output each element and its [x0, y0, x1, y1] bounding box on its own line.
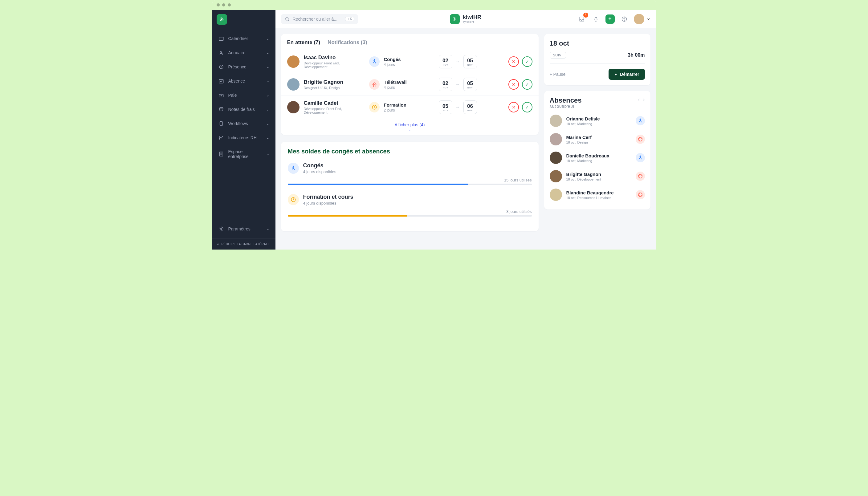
sidebar-item-calendrier[interactable]: Calendrier⌄ [215, 32, 273, 45]
sidebar-item-notes-de-frais[interactable]: Notes de frais⌄ [215, 103, 273, 116]
collapse-icon: « [217, 243, 219, 246]
approve-button[interactable]: ✓ [522, 102, 532, 112]
absence-avatar [550, 114, 562, 127]
balances-card: Mes soldes de congés et absences Congés4… [281, 142, 539, 231]
requests-card: En attente (7) Notifications (3) Isaac D… [281, 34, 539, 135]
sidebar-item-présence[interactable]: Présence⌄ [215, 60, 273, 73]
topbar: Rechercher ou aller à... + K ✳ kiwiHR by… [276, 10, 656, 28]
person-title: Développeur Front End, Développement [304, 61, 364, 69]
balance-available: 4 jours disponibles [303, 169, 337, 174]
nav-icon [218, 151, 224, 157]
sidebar-item-annuaire[interactable]: Annuaire⌄ [215, 46, 273, 59]
show-more-button[interactable]: Afficher plus (4) ⌄ [281, 119, 539, 135]
brand: ✳ kiwiHR by tellent [450, 14, 481, 24]
absence-detail: 18 oct, Ressources Humaines [566, 196, 614, 200]
balance-available: 4 jours disponibles [303, 201, 353, 205]
nav-icon [218, 36, 224, 41]
time-tracking-card: 18 oct SUIVI 3h 00m + Pause Démarrer [544, 34, 650, 86]
search-input[interactable]: Rechercher ou aller à... + K [281, 14, 358, 24]
start-date: 02NOV [439, 78, 452, 91]
start-button[interactable]: Démarrer [608, 69, 645, 80]
approve-button[interactable]: ✓ [522, 56, 532, 67]
traffic-light-max[interactable] [228, 3, 231, 6]
absence-item: Blandine Beaugendre18 oct, Ressources Hu… [550, 185, 645, 204]
app-logo[interactable]: ✳ [217, 14, 227, 25]
chevron-down-icon: ⌄ [266, 152, 269, 156]
nav-icon [218, 121, 224, 126]
person-name: Camille Cadet [304, 100, 364, 106]
person-avatar [287, 101, 299, 113]
reject-button[interactable]: ✕ [508, 79, 519, 90]
search-shortcut: + K [345, 17, 354, 21]
tab-pending[interactable]: En attente (7) [287, 40, 321, 46]
balance-name: Formation et cours [303, 194, 353, 200]
tab-notifications[interactable]: Notifications (3) [327, 40, 367, 46]
user-menu[interactable] [634, 14, 650, 24]
start-label: Démarrer [620, 72, 639, 77]
end-date: 06NOV [463, 100, 477, 114]
user-avatar [634, 14, 644, 24]
nav-label: Annuaire [228, 50, 246, 55]
absences-prev-button[interactable]: ‹ [638, 96, 640, 103]
chevron-down-icon [646, 17, 650, 21]
balance-icon [288, 194, 299, 205]
reject-button[interactable]: ✕ [508, 56, 519, 67]
inbox-button[interactable]: 3 [577, 15, 586, 24]
person-avatar [287, 78, 299, 91]
sidebar-item-espace-entretprise[interactable]: Espace entretprise⌄ [215, 145, 273, 162]
brand-name: kiwiHR [463, 15, 481, 20]
request-type: Congés [384, 57, 401, 62]
inbox-badge: 3 [583, 13, 588, 18]
end-date: 05NOV [463, 55, 477, 68]
absence-type-icon [636, 135, 645, 144]
tracking-time: 3h 00m [627, 52, 645, 58]
nav-icon [218, 64, 224, 69]
help-button[interactable] [620, 15, 629, 24]
request-type-icon [369, 102, 379, 112]
nav-label: Espace entretprise [228, 149, 262, 159]
nav-icon [218, 107, 224, 112]
balance-bar [288, 184, 532, 185]
sidebar-item-paie[interactable]: Paie⌄ [215, 89, 273, 102]
absence-item: Orianne Delisle18 oct, Marketing [550, 111, 645, 130]
nav-icon [218, 50, 224, 56]
tracking-tag-button[interactable]: SUIVI [550, 52, 566, 59]
balance-name: Congés [303, 162, 337, 169]
absences-next-button[interactable]: › [643, 96, 645, 103]
request-row: Brigitte GagnonDesigner UI/UX, Design Té… [281, 73, 539, 96]
chevron-down-icon: ⌄ [266, 107, 269, 111]
collapse-sidebar-button[interactable]: « RÉDUIRE LA BARRE LATÉRALE [212, 238, 276, 250]
chevron-down-icon: ⌄ [266, 50, 269, 55]
collapse-label: RÉDUIRE LA BARRE LATÉRALE [221, 243, 269, 246]
absence-avatar [550, 133, 562, 145]
sidebar-item-absence[interactable]: Absence⌄ [215, 75, 273, 88]
request-duration: 2 jours [384, 108, 406, 112]
balance-used: 3 jours utilisés [288, 209, 532, 214]
nav-label: Absence [228, 79, 245, 83]
absence-detail: 18 oct, Développement [566, 177, 601, 181]
nav-label: Paie [228, 93, 237, 98]
add-pause-button[interactable]: + Pause [550, 72, 566, 77]
add-button[interactable]: + [605, 15, 615, 24]
bell-button[interactable] [591, 15, 601, 24]
sidebar-item-workflows[interactable]: Workflows⌄ [215, 117, 273, 130]
bell-icon [593, 16, 599, 22]
person-title: Développeuse Front End, Développement [304, 107, 364, 114]
sidebar-item-paramètres[interactable]: Paramètres⌄ [215, 222, 273, 235]
end-date: 05NOV [463, 78, 477, 91]
absence-detail: 18 oct, Marketing [566, 122, 600, 126]
approve-button[interactable]: ✓ [522, 79, 532, 90]
svg-point-5 [221, 95, 221, 96]
request-duration: 4 jours [384, 86, 407, 90]
sidebar-item-indicateurs-rh[interactable]: Indicateurs RH⌄ [215, 131, 273, 144]
arrow-right-icon: → [455, 59, 460, 64]
arrow-right-icon: → [455, 82, 460, 87]
traffic-light-close[interactable] [217, 3, 220, 6]
help-icon [621, 16, 627, 22]
traffic-light-min[interactable] [222, 3, 225, 6]
reject-button[interactable]: ✕ [508, 102, 519, 112]
person-avatar [287, 56, 299, 68]
svg-rect-7 [219, 152, 223, 156]
request-type-icon [369, 56, 379, 67]
request-type: Formation [384, 102, 406, 108]
